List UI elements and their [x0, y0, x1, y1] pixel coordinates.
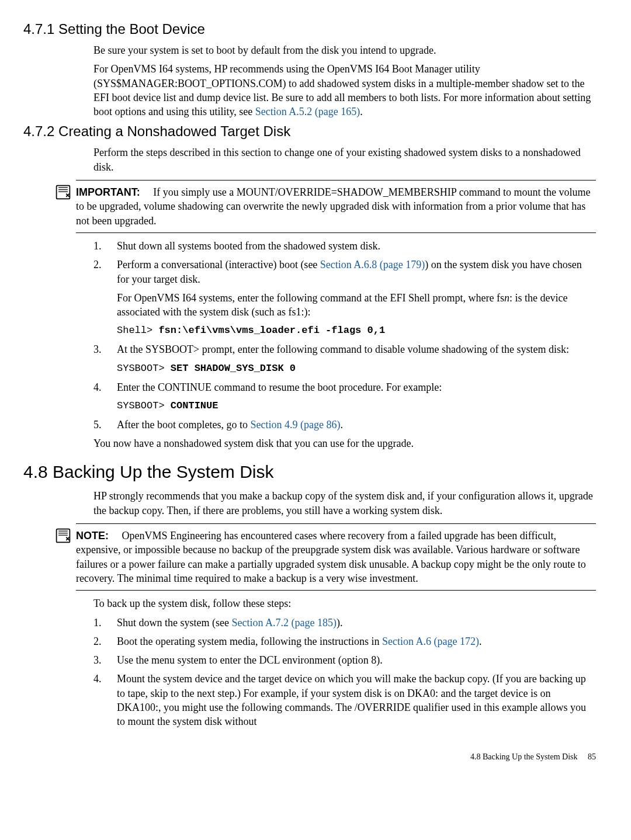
list-item: Boot the operating system media, followi…: [93, 634, 596, 648]
text: At the SYSBOOT> prompt, enter the follow…: [117, 343, 569, 355]
paragraph: HP strongly recommends that you make a b…: [93, 489, 596, 518]
paragraph: For OpenVMS I64 systems, HP recommends u…: [93, 62, 596, 119]
paragraph: You now have a nonshadowed system disk t…: [93, 436, 596, 450]
xref-link[interactable]: Section A.6 (page 172): [382, 636, 479, 647]
shell-prompt: SYSBOOT>: [117, 363, 171, 374]
text: .: [340, 419, 343, 431]
paragraph: Be sure your system is set to boot by de…: [93, 43, 596, 57]
shell-command: SET SHADOW_SYS_DISK 0: [171, 363, 296, 374]
page-number: 85: [588, 752, 596, 761]
list-item: Enter the CONTINUE command to resume the…: [93, 380, 596, 413]
text: Shut down the system (see: [117, 617, 231, 629]
list-item: Mount the system device and the target d…: [93, 672, 596, 728]
list-item: Shut down all systems booted from the sh…: [93, 239, 596, 253]
xref-link[interactable]: Section A.5.2 (page 165): [255, 106, 360, 117]
shell-command: fsn:\efi\vms\vms_loader.efi -flags 0,1: [158, 325, 385, 336]
italic-text: n: [504, 292, 509, 304]
xref-link[interactable]: Section A.7.2 (page 185): [231, 617, 336, 629]
heading-4-8: 4.8 Backing Up the System Disk: [23, 462, 596, 482]
text: After the boot completes, go to: [117, 419, 250, 431]
text: Boot the operating system media, followi…: [117, 636, 382, 647]
note-admonition: NOTE: OpenVMS Engineering has encountere…: [76, 523, 596, 591]
ordered-list: Shut down the system (see Section A.7.2 …: [93, 616, 596, 729]
note-text: OpenVMS Engineering has encountered case…: [76, 530, 586, 584]
ordered-list: Shut down all systems booted from the sh…: [93, 239, 596, 432]
paragraph: Perform the steps described in this sect…: [93, 145, 596, 174]
shell-command: CONTINUE: [171, 400, 219, 411]
text: ).: [337, 617, 343, 629]
xref-link[interactable]: Section 4.9 (page 86): [250, 419, 340, 431]
list-item: Perform a conversational (interactive) b…: [93, 258, 596, 338]
important-label: IMPORTANT:: [76, 186, 140, 198]
text: Mount the system device and the target d…: [117, 673, 586, 727]
text: Use the menu system to enter the DCL env…: [117, 654, 383, 666]
list-item: Shut down the system (see Section A.7.2 …: [93, 616, 596, 630]
important-text: If you simply use a MOUNT/OVERRIDE=SHADO…: [76, 186, 591, 227]
important-admonition: IMPORTANT: If you simply use a MOUNT/OVE…: [76, 180, 596, 233]
note-icon: [55, 184, 71, 200]
text: Perform a conversational (interactive) b…: [117, 259, 320, 270]
note-label: NOTE:: [76, 530, 109, 542]
xref-link[interactable]: Section A.6.8 (page 179): [320, 259, 425, 270]
list-item: After the boot completes, go to Section …: [93, 418, 596, 432]
paragraph: To back up the system disk, follow these…: [93, 596, 596, 610]
list-item: At the SYSBOOT> prompt, enter the follow…: [93, 342, 596, 375]
note-icon: [55, 527, 71, 544]
shell-prompt: Shell>: [117, 325, 158, 336]
shell-prompt: SYSBOOT>: [117, 400, 171, 411]
text: For OpenVMS I64 systems, enter the follo…: [117, 292, 504, 304]
text: .: [360, 106, 363, 117]
page-footer: 4.8 Backing Up the System Disk 85: [23, 752, 596, 762]
text: Enter the CONTINUE command to resume the…: [117, 381, 442, 393]
list-item: Use the menu system to enter the DCL env…: [93, 653, 596, 667]
text: .: [479, 636, 482, 647]
heading-4-7-2: 4.7.2 Creating a Nonshadowed Target Disk: [23, 123, 596, 140]
text: Shut down all systems booted from the sh…: [117, 240, 380, 252]
footer-section: 4.8 Backing Up the System Disk: [470, 752, 578, 761]
heading-4-7-1: 4.7.1 Setting the Boot Device: [23, 21, 596, 37]
